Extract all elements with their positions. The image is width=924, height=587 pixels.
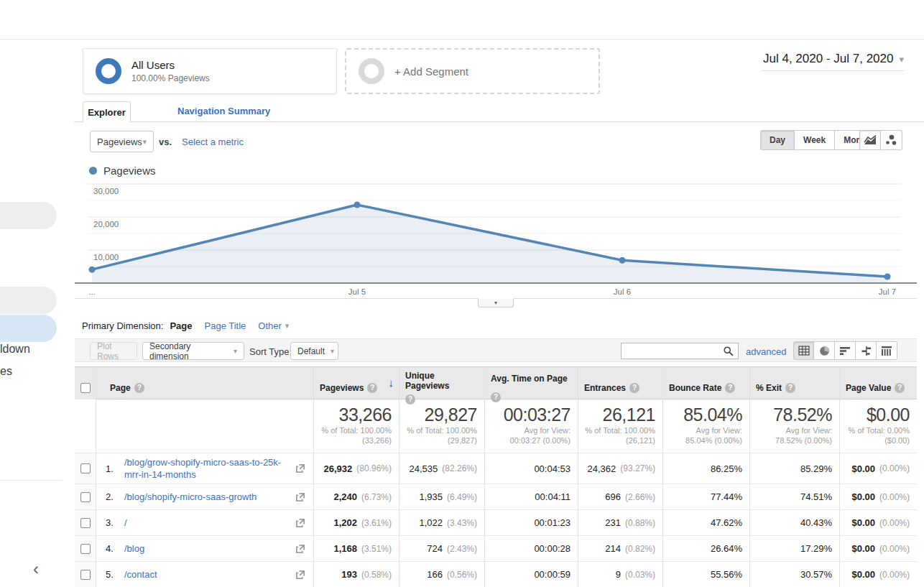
advanced-search-link[interactable]: advanced bbox=[746, 346, 786, 357]
pageviews-area-chart[interactable]: 10,00020,00030,000...Jul 5Jul 6Jul 7 bbox=[75, 182, 917, 298]
unique-pageviews-pct: (2.43%) bbox=[447, 544, 477, 554]
pageviews-value: 26,932 bbox=[324, 463, 353, 474]
percentage-view-button[interactable] bbox=[814, 341, 835, 360]
svg-text:20,000: 20,000 bbox=[93, 220, 119, 228]
avg-time-value: 00:04:11 bbox=[535, 491, 570, 502]
help-icon[interactable]: ? bbox=[895, 383, 905, 393]
dimension-page[interactable]: Page bbox=[170, 320, 192, 331]
secondary-dimension-label: Secondary dimension bbox=[149, 341, 228, 361]
open-page-icon[interactable] bbox=[295, 518, 305, 531]
sort-descending-icon: ↓ bbox=[389, 378, 394, 388]
page-link[interactable]: /blog bbox=[124, 542, 144, 555]
bounce-rate-value: 77.44% bbox=[711, 491, 742, 502]
secondary-dimension-dropdown[interactable]: Secondary dimension ▾ bbox=[142, 342, 244, 360]
help-icon[interactable]: ? bbox=[785, 383, 795, 393]
line-chart-icon bbox=[864, 135, 877, 146]
metric-selector-dropdown[interactable]: Pageviews ▾ bbox=[90, 131, 154, 152]
comparison-view-button[interactable] bbox=[856, 341, 877, 360]
open-page-icon[interactable] bbox=[295, 544, 305, 557]
percent-exit-value: 74.51% bbox=[800, 491, 832, 502]
summary-percent-exit: 78.52%Avg for View:78.52% (0.00%) bbox=[749, 399, 839, 453]
open-page-icon[interactable] bbox=[295, 463, 305, 476]
row-number: 2. bbox=[106, 491, 124, 502]
performance-view-button[interactable] bbox=[835, 341, 856, 360]
row-number: 3. bbox=[106, 517, 124, 528]
bounce-rate-value: 26.64% bbox=[711, 543, 742, 554]
granularity-week-button[interactable]: Week bbox=[795, 130, 835, 150]
summary-avg-time: 00:03:27Avg for View:00:03:27 (0.00%) bbox=[484, 399, 578, 453]
page-link[interactable]: /contact bbox=[124, 568, 157, 581]
help-icon[interactable]: ? bbox=[367, 383, 377, 393]
summary-entrances: 26,121% of Total: 100.00%(26,121) bbox=[578, 399, 662, 453]
unique-pageviews-value: 1,935 bbox=[419, 491, 443, 502]
open-page-icon[interactable] bbox=[295, 570, 305, 583]
chevron-down-icon: ▾ bbox=[142, 137, 147, 147]
help-icon[interactable]: ? bbox=[725, 383, 735, 393]
unique-pageviews-pct: (0.56%) bbox=[447, 570, 477, 580]
add-segment-button[interactable]: + Add Segment bbox=[345, 48, 600, 94]
summary-page-value: $0.00% of Total: 0.00%($0.00) bbox=[839, 399, 917, 453]
row-checkbox[interactable] bbox=[80, 492, 91, 502]
sidebar-item-fragment-drilldown[interactable]: ldown bbox=[0, 343, 30, 356]
dimension-other[interactable]: Other bbox=[258, 320, 282, 331]
date-range-selector[interactable]: Jul 4, 2020 - Jul 7, 2020 ▾ bbox=[762, 47, 904, 71]
select-metric-link[interactable]: Select a metric bbox=[182, 137, 244, 147]
pageviews-value: 1,202 bbox=[333, 517, 357, 528]
svg-text:Jul 7: Jul 7 bbox=[879, 287, 896, 296]
page-value-value: $0.00 bbox=[851, 463, 875, 474]
page-link[interactable]: /blog/shopify-micro-saas-growth bbox=[124, 491, 257, 503]
bounce-rate-value: 86.25% bbox=[711, 463, 742, 474]
sidebar-item-fragment-pages[interactable]: es bbox=[0, 365, 12, 378]
select-all-checkbox[interactable] bbox=[80, 383, 91, 393]
row-checkbox[interactable] bbox=[80, 570, 91, 580]
dimension-page-title[interactable]: Page Title bbox=[205, 320, 246, 331]
sort-type-value: Default bbox=[297, 346, 325, 356]
table-row: 1./blog/grow-shopify-micro-saas-to-25k-m… bbox=[75, 453, 917, 484]
table-search-button[interactable] bbox=[718, 343, 739, 359]
data-table-view-button[interactable] bbox=[793, 341, 814, 360]
line-chart-mode-button[interactable] bbox=[859, 130, 881, 150]
chart-expander-handle[interactable]: ▾ bbox=[478, 298, 514, 308]
segment-all-users[interactable]: All Users 100.00% Pageviews bbox=[83, 48, 337, 94]
granularity-day-button[interactable]: Day bbox=[760, 130, 795, 150]
row-checkbox[interactable] bbox=[80, 463, 91, 473]
row-number: 1. bbox=[106, 463, 124, 474]
sidebar-pill-1[interactable] bbox=[0, 202, 57, 229]
plot-rows-button[interactable]: Plot Rows bbox=[90, 342, 137, 360]
sort-type-dropdown[interactable]: Default ▾ bbox=[290, 342, 338, 360]
table-row: 4./blog 1,168(3.51%) 724(2.43%) 00:00:28… bbox=[75, 535, 917, 561]
help-icon[interactable]: ? bbox=[629, 383, 639, 393]
avg-time-value: 00:00:59 bbox=[534, 569, 570, 580]
svg-text:...: ... bbox=[88, 287, 96, 296]
row-checkbox[interactable] bbox=[80, 544, 91, 554]
pivot-view-button[interactable] bbox=[877, 341, 897, 360]
page-value-pct: (0.00%) bbox=[879, 570, 910, 580]
chevron-down-icon: ▾ bbox=[899, 54, 904, 65]
top-bar bbox=[0, 0, 924, 40]
page-link[interactable]: /blog/grow-shopify-micro-saas-to-25k-mrr… bbox=[124, 456, 289, 481]
row-checkbox[interactable] bbox=[80, 518, 91, 528]
help-icon[interactable]: ? bbox=[134, 383, 144, 393]
tab-explorer[interactable]: Explorer bbox=[83, 101, 131, 122]
unique-pageviews-value: 24,535 bbox=[410, 463, 438, 474]
table-icon bbox=[798, 346, 810, 356]
table-row: 5./contact 193(0.58%) 166(0.56%) 00:00:5… bbox=[75, 561, 917, 587]
table-summary-row: 33,266% of Total: 100.00%(33,266) 29,827… bbox=[75, 399, 917, 453]
scatter-mode-button[interactable] bbox=[881, 130, 902, 150]
avg-time-value: 00:01:23 bbox=[534, 517, 570, 528]
segment-subtitle: 100.00% Pageviews bbox=[131, 73, 210, 83]
pageviews-pct: (3.51%) bbox=[361, 544, 392, 554]
page-value-pct: (0.00%) bbox=[879, 463, 910, 473]
sidebar-pill-2[interactable] bbox=[0, 287, 57, 314]
pivot-icon bbox=[881, 346, 892, 356]
open-page-icon[interactable] bbox=[295, 492, 305, 505]
summary-unique-pageviews: 29,827% of Total: 100.00%(29,827) bbox=[399, 399, 484, 453]
chart-legend: Pageviews bbox=[89, 165, 156, 177]
collapse-sidebar-icon[interactable]: ‹ bbox=[33, 560, 39, 578]
page-link[interactable]: / bbox=[124, 517, 127, 529]
sidebar-pill-active[interactable] bbox=[0, 315, 57, 342]
primary-dimension-label: Primary Dimension: bbox=[82, 320, 163, 331]
tab-navigation-summary[interactable]: Navigation Summary bbox=[177, 106, 270, 116]
entrances-value: 24,362 bbox=[588, 463, 616, 474]
table-search-input[interactable] bbox=[621, 343, 719, 359]
